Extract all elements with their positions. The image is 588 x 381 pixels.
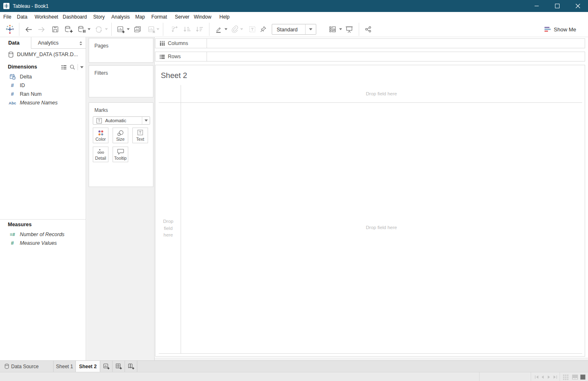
- tableau-app-icon: [3, 3, 9, 9]
- field-id[interactable]: # ID: [0, 81, 86, 90]
- field-measure-values[interactable]: # Measure Values: [0, 239, 86, 247]
- tableau-logo-button[interactable]: [5, 24, 15, 34]
- mark-type-dropdown[interactable]: Automatic: [93, 116, 150, 125]
- number-icon: #: [9, 91, 16, 97]
- save-button[interactable]: [50, 24, 60, 34]
- status-bar: [0, 372, 588, 381]
- sheet-tab-bar: Data Source Sheet 1 Sheet 2: [0, 360, 588, 372]
- show-hide-cards-button[interactable]: [327, 24, 338, 34]
- maximize-button[interactable]: [547, 0, 567, 12]
- show-sheet-tabs-icon[interactable]: [580, 374, 586, 380]
- sort-descending-button[interactable]: [194, 24, 204, 34]
- dimensions-menu-caret[interactable]: [80, 66, 84, 69]
- menu-bar: File Data Worksheet Dashboard Story Anal…: [0, 12, 588, 22]
- new-dashboard-tab-button[interactable]: [113, 361, 125, 372]
- go-last-sheet-icon[interactable]: [553, 375, 557, 379]
- toolbar: Standard Show Me: [0, 22, 588, 37]
- menu-worksheet[interactable]: Worksheet: [35, 12, 58, 22]
- new-worksheet-button[interactable]: [115, 24, 125, 34]
- sheet-canvas[interactable]: Sheet 2 Drop field here Drop field here …: [155, 65, 585, 357]
- refresh-button[interactable]: [94, 24, 103, 34]
- new-data-source-button[interactable]: [63, 24, 74, 34]
- column-header-divider: [159, 102, 582, 103]
- rows-shelf-label-box: Rows: [155, 52, 207, 61]
- show-sheet-sorter-icon[interactable]: [563, 374, 569, 380]
- menu-format[interactable]: Format: [151, 12, 167, 22]
- tab-analytics[interactable]: Analytics: [31, 37, 86, 49]
- show-me-button[interactable]: Show Me: [544, 24, 576, 35]
- menu-server[interactable]: Server: [175, 12, 189, 22]
- field-measure-names[interactable]: Abc Measure Names: [0, 98, 86, 107]
- menu-help[interactable]: Help: [219, 12, 230, 22]
- group-members-button[interactable]: [230, 24, 240, 34]
- sheet1-tab[interactable]: Sheet 1: [54, 361, 76, 372]
- fit-selector[interactable]: Standard: [272, 24, 316, 35]
- refresh-caret[interactable]: [105, 28, 108, 31]
- field-delta[interactable]: Delta: [0, 72, 86, 81]
- fit-selector-caret[interactable]: [305, 24, 316, 34]
- menu-window[interactable]: Window: [194, 12, 212, 22]
- redo-button[interactable]: [37, 24, 47, 34]
- data-source-tab[interactable]: Data Source: [0, 361, 54, 372]
- menu-story[interactable]: Story: [93, 12, 105, 22]
- data-source-item[interactable]: DUMMY_DATA (STAR.D...: [0, 49, 86, 61]
- show-mark-labels-button[interactable]: [247, 24, 257, 34]
- duplicate-sheet-button[interactable]: [132, 24, 142, 34]
- fix-axes-button[interactable]: [258, 24, 268, 34]
- text-button[interactable]: Text: [132, 128, 148, 143]
- columns-shelf[interactable]: Columns: [155, 38, 585, 48]
- pause-auto-updates-button[interactable]: [76, 24, 87, 34]
- minimize-button[interactable]: [526, 0, 547, 12]
- datetime-icon: [9, 73, 16, 80]
- show-filmstrip-icon[interactable]: [572, 374, 578, 380]
- new-worksheet-caret[interactable]: [127, 28, 130, 31]
- menu-analysis[interactable]: Analysis: [111, 12, 130, 22]
- field-ran-num[interactable]: # Ran Num: [0, 90, 86, 98]
- menu-map[interactable]: Map: [135, 12, 145, 22]
- go-prev-sheet-icon[interactable]: [541, 375, 544, 379]
- text-label: Text: [133, 137, 148, 142]
- field-number-of-records[interactable]: =# Number of Records: [0, 230, 86, 239]
- pane-splitter[interactable]: [0, 219, 86, 220]
- find-field-icon[interactable]: [70, 64, 75, 70]
- size-button[interactable]: Size: [113, 128, 128, 143]
- filters-card[interactable]: Filters: [89, 65, 153, 97]
- size-icon: [113, 130, 128, 137]
- abc-icon: Abc: [9, 100, 16, 105]
- tab-data[interactable]: Data: [0, 37, 31, 49]
- close-button[interactable]: [567, 0, 588, 12]
- go-next-sheet-icon[interactable]: [547, 375, 550, 379]
- sheet2-tab-active[interactable]: Sheet 2: [76, 361, 100, 372]
- new-worksheet-tab-button[interactable]: [100, 361, 113, 372]
- clear-sheet-caret[interactable]: [156, 28, 160, 31]
- view-as-list-icon[interactable]: [61, 65, 67, 70]
- undo-button[interactable]: [24, 24, 33, 34]
- highlight-button[interactable]: [214, 24, 223, 34]
- title-bar: Tableau - Book1: [0, 0, 588, 12]
- group-members-caret[interactable]: [240, 28, 243, 31]
- sidebar-tabs-updown-icon[interactable]: [79, 41, 82, 45]
- color-button[interactable]: Color: [93, 128, 108, 143]
- field-label: Ran Num: [20, 91, 42, 97]
- field-label: Number of Records: [20, 232, 64, 237]
- pages-card[interactable]: Pages: [89, 38, 153, 63]
- share-button[interactable]: [363, 24, 373, 34]
- detail-button[interactable]: Detail: [93, 147, 108, 162]
- filters-label: Filters: [94, 70, 108, 76]
- menu-file[interactable]: File: [3, 12, 11, 22]
- show-hide-cards-caret[interactable]: [339, 28, 342, 31]
- clear-sheet-button[interactable]: [146, 24, 156, 34]
- presentation-mode-button[interactable]: [344, 24, 354, 34]
- go-first-sheet-icon[interactable]: [534, 375, 539, 379]
- rows-icon: [159, 54, 165, 59]
- sort-ascending-button[interactable]: [182, 24, 192, 34]
- highlight-caret[interactable]: [224, 28, 228, 31]
- tooltip-button[interactable]: Tooltip: [113, 147, 128, 162]
- pause-auto-updates-caret[interactable]: [87, 28, 91, 31]
- menu-data[interactable]: Data: [17, 12, 27, 22]
- mark-type-caret[interactable]: [142, 117, 150, 124]
- swap-axes-button[interactable]: [170, 24, 180, 34]
- new-story-tab-button[interactable]: [125, 361, 137, 372]
- menu-dashboard[interactable]: Dashboard: [63, 12, 87, 22]
- rows-shelf[interactable]: Rows: [155, 52, 585, 62]
